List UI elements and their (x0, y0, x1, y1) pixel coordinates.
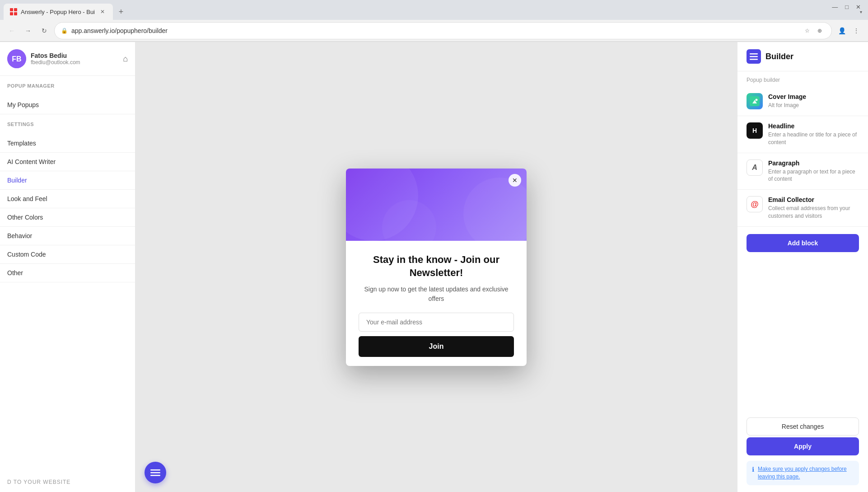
svg-rect-0 (10, 8, 13, 11)
user-info: Fatos Bediu fbediu@outlook.com (31, 52, 118, 66)
app-container: FB Fatos Bediu fbediu@outlook.com ⌂ POPU… (0, 42, 868, 492)
url-bar[interactable]: 🔒 app.answerly.io/popuphero/builder ☆ ⊕ (54, 22, 832, 39)
svg-rect-8 (150, 475, 160, 476)
info-icon: ℹ (752, 466, 754, 473)
home-icon[interactable]: ⌂ (123, 54, 128, 64)
cover-image-icon (747, 93, 763, 109)
svg-text:FB: FB (12, 55, 21, 63)
svg-rect-9 (750, 53, 758, 55)
decoration-circle-2 (463, 178, 527, 241)
browser-actions: 👤 ⋮ (835, 24, 863, 37)
menu-button[interactable]: ⋮ (850, 24, 863, 37)
add-to-website-link[interactable]: D TO YOUR WEBSITE (0, 472, 135, 492)
lock-icon: 🔒 (61, 28, 68, 34)
right-panel: Builder Popup builder (737, 42, 868, 492)
new-tab-button[interactable]: + (115, 5, 127, 18)
builder-icon (747, 49, 761, 64)
builder-item-paragraph[interactable]: A Paragraph Enter a paragraph or text fo… (737, 153, 868, 190)
right-panel-header: Builder (737, 42, 868, 71)
svg-point-14 (756, 99, 758, 101)
user-name: Fatos Bediu (31, 52, 118, 59)
notice-text: Make sure you apply changes before leavi… (758, 465, 854, 481)
maximize-button[interactable]: □ (845, 4, 849, 10)
svg-rect-1 (14, 8, 17, 11)
popup-header: ✕ (346, 169, 527, 241)
sidebar-item-other[interactable]: Other (0, 264, 135, 282)
address-bar: ← → ↻ 🔒 app.answerly.io/popuphero/builde… (0, 20, 868, 42)
builder-item-cover-image[interactable]: Cover Image Alt for Image (737, 87, 868, 116)
tab-title: Answerly - Popup Hero - Bui (21, 9, 95, 15)
sidebar-item-my-popups[interactable]: My Popups (0, 96, 135, 114)
popup-close-button[interactable]: ✕ (509, 174, 521, 187)
tab-bar: Answerly - Popup Hero - Bui ✕ + ▾ (0, 0, 868, 20)
paragraph-title: Paragraph (768, 159, 859, 167)
window-controls: — □ ✕ (832, 4, 861, 10)
apply-button[interactable]: Apply (747, 437, 859, 455)
popup-email-input[interactable] (359, 313, 514, 332)
svg-rect-11 (750, 59, 758, 60)
builder-item-headline[interactable]: H Headline Enter a headline or title for… (737, 116, 868, 153)
popup-decoration (346, 169, 527, 241)
minimize-button[interactable]: — (832, 4, 838, 10)
sidebar-section-popup-manager: POPUP MANAGER (0, 76, 135, 96)
floating-menu-button[interactable] (145, 462, 166, 483)
paragraph-icon: A (747, 159, 763, 176)
popup-body: Stay in the know - Join our Newsletter! … (346, 241, 527, 366)
back-button[interactable]: ← (5, 24, 18, 37)
svg-rect-2 (10, 12, 13, 15)
bookmark-icon[interactable]: ☆ (802, 25, 812, 36)
paragraph-info: Paragraph Enter a paragraph or text for … (768, 159, 859, 183)
avatar: FB (7, 49, 26, 68)
email-collector-title: Email Collector (768, 196, 859, 203)
paragraph-desc: Enter a paragraph or text for a piece of… (768, 168, 859, 183)
email-collector-desc: Collect email addresses from your custom… (768, 205, 859, 220)
sidebar-section-settings: SETTINGS (0, 114, 135, 134)
cover-image-desc: Alt for Image (768, 102, 859, 109)
url-actions: ☆ ⊕ (802, 25, 825, 36)
forward-button[interactable]: → (22, 24, 34, 37)
svg-rect-10 (750, 56, 758, 57)
popup-subtitle: Sign up now to get the latest updates an… (359, 285, 514, 304)
svg-rect-7 (150, 472, 160, 473)
profile-button[interactable]: 👤 (835, 24, 848, 37)
sidebar-item-templates[interactable]: Templates (0, 134, 135, 153)
popup-manager-title: POPUP MANAGER (7, 83, 128, 89)
reload-button[interactable]: ↻ (38, 24, 51, 37)
sidebar-item-builder[interactable]: Builder (0, 171, 135, 190)
main-content: ✕ Stay in the know - Join our Newsletter… (135, 42, 737, 492)
sidebar-item-ai-content-writer[interactable]: AI Content Writer (0, 153, 135, 171)
popup-join-button[interactable]: Join (359, 336, 514, 357)
extension-icon[interactable]: ⊕ (814, 25, 825, 36)
sidebar: FB Fatos Bediu fbediu@outlook.com ⌂ POPU… (0, 42, 135, 492)
email-collector-icon: @ (747, 196, 763, 212)
browser-chrome: Answerly - Popup Hero - Bui ✕ + ▾ ← → ↻ … (0, 0, 868, 42)
right-panel-subtitle: Popup builder (737, 71, 868, 87)
popup-preview: ✕ Stay in the know - Join our Newsletter… (346, 169, 527, 366)
user-email: fbediu@outlook.com (31, 59, 118, 66)
sidebar-item-other-colors[interactable]: Other Colors (0, 208, 135, 227)
headline-info: Headline Enter a headline or title for a… (768, 122, 859, 146)
tab-close-button[interactable]: ✕ (98, 8, 107, 16)
email-collector-info: Email Collector Collect email addresses … (768, 196, 859, 220)
reset-changes-button[interactable]: Reset changes (747, 417, 859, 436)
tab-favicon (10, 8, 17, 15)
user-profile: FB Fatos Bediu fbediu@outlook.com ⌂ (0, 42, 135, 76)
headline-title: Headline (768, 122, 859, 130)
headline-desc: Enter a headline or title for a piece of… (768, 131, 859, 146)
right-panel-title: Builder (765, 52, 793, 61)
url-text: app.answerly.io/popuphero/builder (71, 27, 798, 34)
builder-item-email-collector[interactable]: @ Email Collector Collect email addresse… (737, 190, 868, 227)
svg-rect-3 (14, 12, 17, 15)
cover-image-info: Cover Image Alt for Image (768, 93, 859, 109)
notice-box: ℹ Make sure you apply changes before lea… (747, 461, 859, 485)
sidebar-item-look-and-feel[interactable]: Look and Feel (0, 190, 135, 208)
svg-rect-6 (150, 469, 160, 471)
popup-title: Stay in the know - Join our Newsletter! (359, 253, 514, 279)
add-block-button[interactable]: Add block (747, 234, 859, 252)
sidebar-item-behavior[interactable]: Behavior (0, 227, 135, 245)
sidebar-item-custom-code[interactable]: Custom Code (0, 245, 135, 264)
close-button[interactable]: ✕ (856, 4, 861, 10)
headline-icon: H (747, 122, 763, 139)
active-tab[interactable]: Answerly - Popup Hero - Bui ✕ (4, 4, 113, 20)
cover-image-title: Cover Image (768, 93, 859, 100)
